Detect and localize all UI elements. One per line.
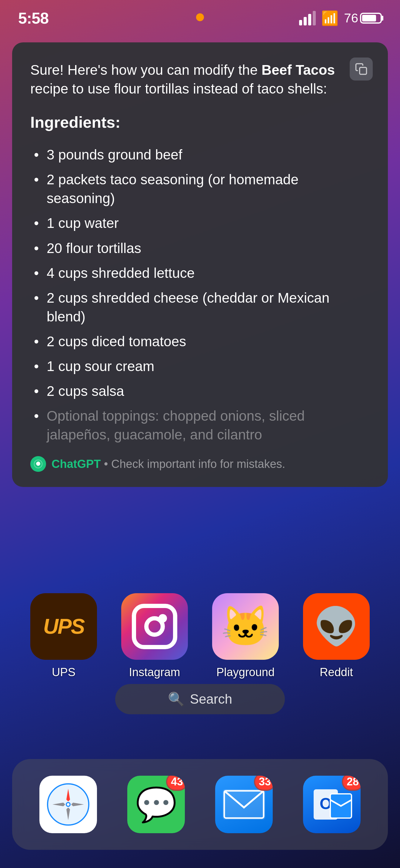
instagram-label: Instagram [129, 666, 180, 679]
ups-app-icon[interactable]: UPS [30, 593, 97, 660]
battery-indicator: 76 [344, 11, 382, 25]
messages-bubble-icon: 💬 [136, 785, 177, 824]
instagram-camera-icon [132, 604, 177, 649]
card-footer-text: ChatGPT • Check important info for mista… [52, 458, 285, 471]
app-instagram[interactable]: Instagram [121, 593, 188, 679]
ups-label: UPS [52, 666, 76, 679]
list-item: 2 cups diced tomatoes [30, 329, 370, 354]
ingredients-list: 3 pounds ground beef 2 packets taco seas… [30, 142, 370, 447]
app-reddit[interactable]: 👽 Reddit [303, 593, 370, 679]
safari-compass-icon [44, 780, 92, 829]
reddit-app-icon[interactable]: 👽 [303, 593, 370, 660]
outlook-badge: 28 [342, 776, 361, 791]
messages-badge: 43 [166, 776, 185, 791]
ingredients-heading: Ingredients: [30, 113, 370, 131]
recording-indicator [196, 13, 204, 21]
search-bar[interactable]: 🔍 Search [115, 684, 285, 714]
dock-mail[interactable]: 33 [215, 776, 273, 833]
search-label: Search [190, 691, 232, 707]
signal-icon [299, 11, 316, 25]
list-item: 2 packets taco seasoning (or homemade se… [30, 167, 370, 211]
status-time: 5:58 [18, 9, 49, 27]
search-icon: 🔍 [168, 691, 184, 707]
list-item: 1 cup water [30, 211, 370, 236]
list-item: 3 pounds ground beef [30, 142, 370, 167]
wifi-icon: 📶 [321, 10, 339, 26]
app-playground[interactable]: 🐱 Playground [212, 593, 279, 679]
dock-outlook[interactable]: O 28 [303, 776, 361, 833]
reddit-alien-icon: 👽 [314, 605, 359, 648]
card-intro-text: Sure! Here's how you can modify the Beef… [30, 61, 370, 98]
list-item: 1 cup sour cream [30, 354, 370, 379]
app-ups[interactable]: UPS UPS [30, 593, 97, 679]
battery-icon [360, 13, 382, 24]
list-item: 2 cups shredded cheese (cheddar or Mexic… [30, 285, 370, 329]
card-footer-note: • Check important info for mistakes. [101, 458, 285, 470]
mail-envelope-icon [223, 789, 265, 819]
mail-badge: 33 [254, 776, 273, 791]
list-item: 4 cups shredded lettuce [30, 260, 370, 285]
list-item: Optional toppings: chopped onions, slice… [30, 403, 370, 447]
playground-cat-icon: 🐱 [221, 603, 270, 650]
svg-rect-0 [360, 67, 367, 74]
playground-label: Playground [217, 666, 275, 679]
reddit-label: Reddit [320, 666, 353, 679]
list-item: 2 cups salsa [30, 379, 370, 403]
copy-button[interactable] [350, 58, 373, 81]
chatgpt-brand-link[interactable]: ChatGPT [52, 458, 101, 470]
status-right-icons: 📶 76 [299, 10, 382, 26]
chatgpt-logo-icon [30, 456, 46, 472]
ups-icon-text: UPS [43, 614, 84, 639]
dock-messages[interactable]: 💬 43 [127, 776, 185, 833]
playground-app-icon[interactable]: 🐱 [212, 593, 279, 660]
chatgpt-response-card: Sure! Here's how you can modify the Beef… [12, 42, 388, 487]
instagram-app-icon[interactable] [121, 593, 188, 660]
dock: 💬 43 33 O 28 [12, 759, 388, 850]
card-footer: ChatGPT • Check important info for mista… [30, 456, 370, 472]
list-item: 20 flour tortillas [30, 236, 370, 260]
svg-point-9 [66, 803, 70, 806]
home-icons-row: UPS UPS Instagram 🐱 Playground 👽 Reddit [0, 593, 400, 679]
dock-safari[interactable] [39, 776, 97, 833]
